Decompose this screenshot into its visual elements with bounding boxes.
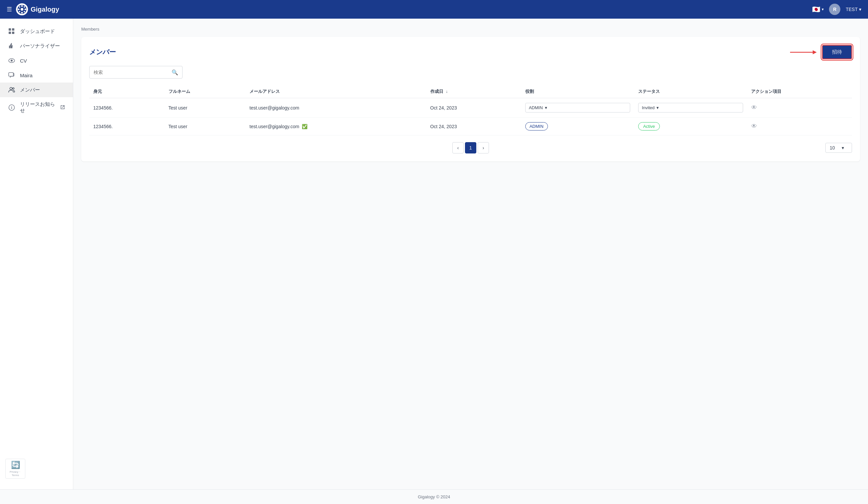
sidebar-item-members[interactable]: メンバー (0, 83, 73, 97)
invite-wrapper: 招待 (790, 45, 852, 59)
recaptcha-logo-icon: 🔄 (11, 461, 20, 469)
footer-text: Gigalogy © 2024 (418, 494, 450, 499)
col-created-at[interactable]: 作成日 ↓ (426, 85, 521, 98)
svg-point-20 (11, 106, 12, 107)
thumbs-up-icon (8, 43, 15, 49)
arrow-indicator-icon (790, 48, 817, 56)
eye-icon (8, 57, 15, 64)
members-card: メンバー 招待 🔍 (81, 37, 860, 161)
main-layout: ダッシュボード パーソナライザー CV Maira (0, 19, 868, 489)
role-dropdown-chevron-icon (545, 105, 547, 110)
col-role: 役割 (521, 85, 634, 98)
prev-page-button[interactable]: ‹ (452, 142, 464, 154)
page-1-button[interactable]: 1 (465, 142, 476, 154)
svg-rect-10 (9, 28, 11, 31)
user-menu[interactable]: TEST (846, 7, 861, 12)
sidebar-item-maira[interactable]: Maira (0, 68, 73, 83)
dashboard-icon (8, 28, 15, 35)
svg-rect-13 (12, 32, 14, 34)
view-icon[interactable]: 👁 (751, 123, 757, 129)
search-container: 🔍 (89, 66, 852, 78)
user-name-label: TEST (846, 7, 858, 12)
view-icon[interactable]: 👁 (751, 104, 757, 111)
search-input-wrapper: 🔍 (89, 66, 183, 78)
cell-created-at: Oct 24, 2023 (426, 98, 521, 117)
sidebar: ダッシュボード パーソナライザー CV Maira (0, 19, 73, 489)
pagination: ‹ 1 › (452, 142, 489, 154)
cell-role: ADMIN (521, 117, 634, 136)
sidebar-item-members-label: メンバー (20, 87, 65, 93)
app-footer: Gigalogy © 2024 (0, 489, 868, 504)
per-page-select[interactable]: 10 (825, 143, 852, 153)
svg-marker-23 (813, 50, 817, 54)
svg-point-2 (21, 5, 23, 7)
sidebar-item-release-label: リリースお知らせ (20, 101, 55, 114)
cell-identity: 1234566. (89, 117, 165, 136)
col-status: ステータス (634, 85, 747, 98)
sidebar-item-dashboard-label: ダッシュボード (20, 28, 65, 35)
chat-icon (8, 72, 15, 78)
logo-icon (16, 3, 28, 15)
recaptcha-badge: 🔄 Privacy・Terms (5, 459, 25, 479)
cell-status: Active (634, 117, 747, 136)
page-title: メンバー (89, 48, 116, 56)
sidebar-item-personalizer[interactable]: パーソナライザー (0, 39, 73, 53)
invite-button[interactable]: 招待 (822, 45, 852, 59)
cell-fullname: Test user (165, 98, 246, 117)
table-row: 1234566. Test user test.user@gigalogy.co… (89, 98, 852, 117)
search-input[interactable] (94, 66, 172, 78)
breadcrumb: Members (81, 27, 860, 32)
svg-rect-21 (11, 107, 12, 109)
col-fullname: フルネーム (165, 85, 246, 98)
svg-point-4 (18, 9, 20, 10)
cell-action: 👁 (747, 117, 852, 136)
language-chevron-icon (822, 7, 824, 12)
sidebar-nav: ダッシュボード パーソナライザー CV Maira (0, 24, 73, 118)
sidebar-item-release[interactable]: リリースお知らせ (0, 97, 73, 118)
hamburger-menu[interactable]: ☰ (7, 6, 12, 13)
language-selector[interactable]: 🇯🇵 (812, 5, 824, 13)
svg-point-17 (10, 87, 12, 90)
status-dropdown[interactable]: Invited (638, 103, 743, 113)
members-icon (8, 86, 15, 93)
search-icon: 🔍 (172, 69, 178, 76)
privacy-terms-text: Privacy・Terms (7, 470, 24, 477)
card-header: メンバー 招待 (89, 45, 852, 59)
svg-point-15 (11, 60, 13, 62)
status-dropdown-chevron-icon (657, 105, 659, 110)
svg-point-8 (19, 11, 20, 12)
cell-action: 👁 (747, 98, 852, 117)
sidebar-item-cv[interactable]: CV (0, 53, 73, 68)
logo-text: Gigalogy (31, 6, 59, 13)
svg-point-9 (24, 11, 25, 12)
per-page-value: 10 (830, 145, 835, 150)
next-page-button[interactable]: › (478, 142, 489, 154)
cell-email: test.user@gigalogy.com (246, 98, 426, 117)
table-body: 1234566. Test user test.user@gigalogy.co… (89, 98, 852, 136)
status-active-badge: Active (638, 122, 660, 130)
sidebar-footer: 🔄 Privacy・Terms (0, 453, 73, 484)
svg-point-1 (21, 8, 23, 11)
col-email: メールアドレス (246, 85, 426, 98)
main-content: Members メンバー 招待 (73, 19, 868, 489)
cell-fullname: Test user (165, 117, 246, 136)
svg-rect-11 (9, 32, 11, 34)
table-row: 1234566. Test user test.user@gigalogy.co… (89, 117, 852, 136)
verified-icon: ✅ (302, 124, 308, 129)
svg-point-3 (21, 12, 23, 14)
user-avatar: R (829, 4, 840, 15)
cell-role: ADMIN (521, 98, 634, 117)
svg-point-6 (19, 6, 20, 8)
user-menu-chevron-icon (859, 7, 861, 12)
sidebar-item-cv-label: CV (20, 58, 65, 64)
table-header: 身元 フルネーム メールアドレス 作成日 ↓ 役割 ステータス アクション項目 (89, 85, 852, 98)
svg-point-5 (25, 9, 26, 10)
svg-point-7 (24, 6, 25, 8)
role-dropdown[interactable]: ADMIN (525, 103, 630, 113)
svg-point-18 (13, 88, 14, 90)
pagination-container: ‹ 1 › 10 (89, 142, 852, 154)
sidebar-item-dashboard[interactable]: ダッシュボード (0, 24, 73, 39)
members-table: 身元 フルネーム メールアドレス 作成日 ↓ 役割 ステータス アクション項目 … (89, 85, 852, 136)
svg-rect-16 (9, 73, 13, 76)
svg-rect-12 (12, 28, 14, 31)
